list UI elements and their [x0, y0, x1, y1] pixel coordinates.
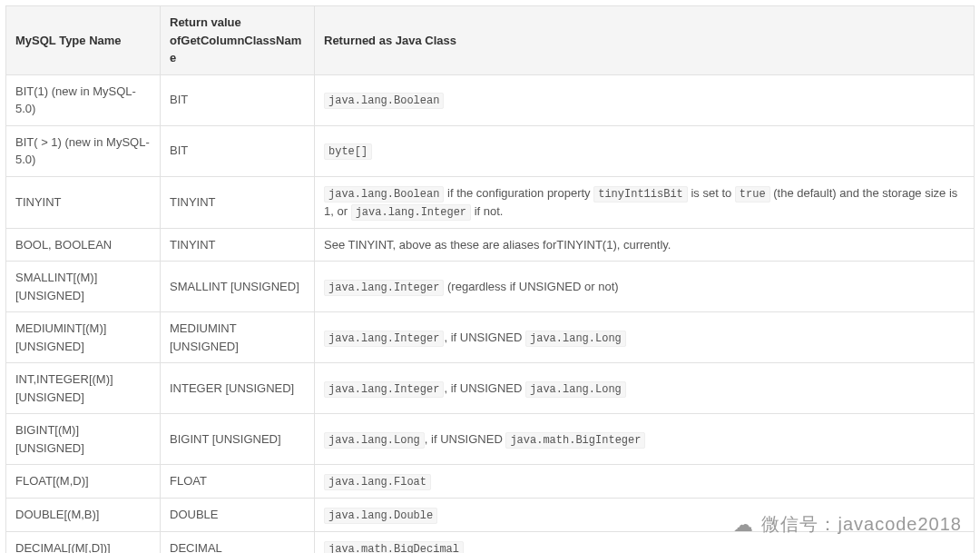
- cell-mysql-type: FLOAT[(M,D)]: [6, 465, 161, 499]
- cell-return-value: FLOAT: [161, 465, 315, 499]
- code-literal: java.math.BigDecimal: [324, 541, 464, 553]
- cell-return-value: INTEGER [UNSIGNED]: [161, 363, 315, 414]
- code-literal: tinyInt1isBit: [593, 186, 688, 202]
- cell-java-class: See TINYINT, above as these are aliases …: [315, 228, 975, 262]
- table-row: FLOAT[(M,D)]FLOATjava.lang.Float: [6, 465, 975, 499]
- cell-mysql-type: MEDIUMINT[(M)] [UNSIGNED]: [6, 312, 161, 363]
- table-body: BIT(1) (new in MySQL-5.0)BITjava.lang.Bo…: [6, 74, 975, 553]
- table-row: INT,INTEGER[(M)] [UNSIGNED]INTEGER [UNSI…: [6, 363, 975, 414]
- cell-return-value: BIT: [161, 74, 315, 125]
- code-literal: java.math.BigInteger: [505, 432, 645, 449]
- cell-java-class: byte[]: [315, 125, 975, 176]
- cell-java-class: java.math.BigDecimal: [315, 532, 975, 554]
- code-literal: java.lang.Integer: [324, 331, 444, 347]
- code-literal: java.lang.Integer: [351, 204, 471, 221]
- table-row: DOUBLE[(M,B)]DOUBLEjava.lang.Double: [6, 499, 975, 532]
- cell-mysql-type: TINYINT: [6, 176, 161, 228]
- cell-java-class: java.lang.Double: [315, 499, 975, 532]
- code-literal: java.lang.Float: [324, 474, 431, 490]
- code-literal: java.lang.Double: [324, 508, 437, 524]
- cell-mysql-type: DOUBLE[(M,B)]: [6, 499, 161, 532]
- table-row: BOOL, BOOLEANTINYINTSee TINYINT, above a…: [6, 228, 975, 262]
- cell-java-class: java.lang.Integer (regardless if UNSIGNE…: [315, 262, 975, 312]
- cell-return-value: SMALLINT [UNSIGNED]: [161, 262, 315, 312]
- cell-mysql-type: BIT(1) (new in MySQL-5.0): [6, 74, 161, 125]
- code-literal: true: [735, 186, 770, 202]
- table-row: BIT( > 1) (new in MySQL-5.0)BITbyte[]: [6, 125, 975, 176]
- cell-mysql-type: BIT( > 1) (new in MySQL-5.0): [6, 125, 161, 176]
- cell-java-class: java.lang.Boolean if the configuration p…: [315, 176, 975, 228]
- header-mysql-type: MySQL Type Name: [6, 6, 161, 75]
- cell-java-class: java.lang.Long, if UNSIGNED java.math.Bi…: [315, 414, 975, 465]
- table-header-row: MySQL Type Name Return value ofGetColumn…: [6, 6, 975, 75]
- cell-mysql-type: DECIMAL[(M[,D])]: [6, 532, 161, 554]
- code-literal: java.lang.Boolean: [324, 186, 444, 202]
- cell-return-value: DECIMAL: [161, 532, 315, 554]
- table-row: SMALLINT[(M)] [UNSIGNED]SMALLINT [UNSIGN…: [6, 262, 975, 312]
- code-literal: java.lang.Integer: [324, 280, 444, 296]
- cell-return-value: MEDIUMINT [UNSIGNED]: [161, 312, 315, 363]
- cell-return-value: BIT: [161, 125, 315, 176]
- cell-mysql-type: INT,INTEGER[(M)] [UNSIGNED]: [6, 363, 161, 414]
- cell-java-class: java.lang.Boolean: [315, 74, 975, 125]
- cell-return-value: TINYINT: [161, 228, 315, 262]
- code-literal: java.lang.Long: [525, 331, 626, 347]
- cell-java-class: java.lang.Float: [315, 465, 975, 499]
- cell-return-value: TINYINT: [161, 176, 315, 228]
- cell-return-value: BIGINT [UNSIGNED]: [161, 414, 315, 465]
- cell-mysql-type: SMALLINT[(M)] [UNSIGNED]: [6, 262, 161, 312]
- cell-mysql-type: BIGINT[(M)] [UNSIGNED]: [6, 414, 161, 465]
- header-java-class: Returned as Java Class: [315, 6, 975, 75]
- cell-return-value: DOUBLE: [161, 499, 315, 532]
- code-literal: java.lang.Long: [525, 381, 626, 398]
- cell-mysql-type: BOOL, BOOLEAN: [6, 228, 161, 262]
- header-return-value: Return value ofGetColumnClassName: [161, 6, 315, 75]
- table-row: BIGINT[(M)] [UNSIGNED]BIGINT [UNSIGNED]j…: [6, 414, 975, 465]
- table-row: DECIMAL[(M[,D])]DECIMALjava.math.BigDeci…: [6, 532, 975, 554]
- cell-java-class: java.lang.Integer, if UNSIGNED java.lang…: [315, 363, 975, 414]
- code-literal: java.lang.Integer: [324, 381, 444, 398]
- code-literal: byte[]: [324, 143, 372, 160]
- code-literal: java.lang.Boolean: [324, 93, 444, 109]
- cell-java-class: java.lang.Integer, if UNSIGNED java.lang…: [315, 312, 975, 363]
- code-literal: java.lang.Long: [324, 432, 425, 449]
- table-row: TINYINTTINYINTjava.lang.Boolean if the c…: [6, 176, 975, 228]
- table-row: BIT(1) (new in MySQL-5.0)BITjava.lang.Bo…: [6, 74, 975, 125]
- type-mapping-table: MySQL Type Name Return value ofGetColumn…: [5, 5, 975, 553]
- table-row: MEDIUMINT[(M)] [UNSIGNED]MEDIUMINT [UNSI…: [6, 312, 975, 363]
